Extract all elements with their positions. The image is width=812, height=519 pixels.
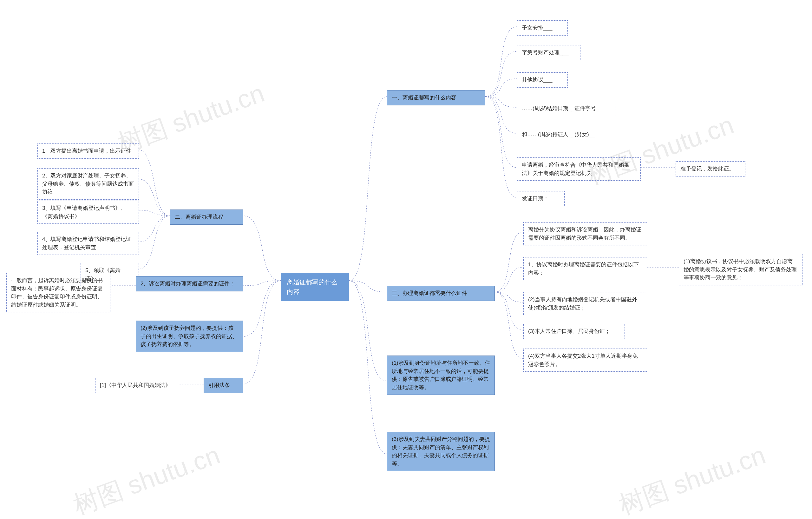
- b2-item-1: 2、双方对家庭财产处理、子女抚养、父母赡养、债权、债务等问题达成书面协议: [37, 168, 139, 200]
- b3-item3: (3)本人常住户口簿、居民身份证；: [523, 324, 625, 339]
- branch-b4: 2、诉讼离婚时办理离婚证需要的证件：: [136, 276, 243, 292]
- root-node: 离婚证都写的什么内容: [281, 273, 349, 301]
- b3-item2: (2)当事人持有内地婚姻登记机关或者中国驻外使(领)馆颁发的结婚证；: [523, 292, 647, 315]
- b1-item-6: 发证日期：: [517, 191, 564, 206]
- b2-item-3: 4、填写离婚登记申请书和结婚登记证处理表，登记机关审查: [37, 232, 139, 255]
- b1-item-0: 子女安排___: [517, 20, 568, 35]
- b2-item-2: 3、填写《申请离婚登记声明书》、《离婚协议书》: [37, 201, 139, 224]
- b1-item-4: 和……(周岁)持证人__(男女)__: [517, 127, 612, 142]
- b1-sub6: 准予登记，发给此证。: [676, 161, 745, 176]
- branch-b3: 三、办理离婚证都需要什么证件: [387, 286, 495, 301]
- branch-b1: 一、离婚证都写的什么内容: [387, 90, 485, 105]
- rchild1: (1)涉及到身份证地址与住所地不一致、住所地与经常居住地不一致的话，可能要提供：…: [387, 356, 495, 395]
- watermark: 树图 shutu.cn: [68, 438, 225, 519]
- branch-b2: 二、离婚证办理流程: [170, 210, 243, 225]
- b1-item-3: ……(周岁)结婚日期__证件字号_: [517, 101, 615, 116]
- b3-item4: (4)双方当事人各提交2张大1寸单人近期半身免冠彩色照片。: [523, 349, 647, 372]
- b1-item-5: 申请离婚，经审查符合《中华人民共和国婚姻法》关于离婚的规定登记机关: [517, 158, 641, 181]
- branch-b5: (2)涉及到孩子抚养问题的，要提供：孩子的出生证明、争取孩子抚养权的证据、孩子抚…: [136, 321, 243, 352]
- b6-sub: [1]《中华人民共和国婚姻法》: [95, 378, 178, 393]
- b1-item-1: 字第号财产处理___: [517, 45, 580, 60]
- b3-item1sub: (1)离婚协议书，协议书中必须载明双方自愿离婚的意思表示以及对子女抚养、财产及债…: [679, 254, 803, 285]
- rchild2: (3)涉及到夫妻共同财产分割问题的，要提供：夫妻共同财产的清单、主张财产权利的相…: [387, 432, 495, 471]
- b2-item-0: 1、双方提出离婚书面申请，出示证件: [37, 143, 139, 159]
- branch-b6: 引用法条: [204, 378, 243, 393]
- b1-item-2: 其他协议___: [517, 72, 568, 88]
- watermark: 树图 shutu.cn: [614, 438, 770, 519]
- b3-item1: 1、协议离婚时办理离婚证需要的证件包括以下内容：: [523, 257, 647, 280]
- b3-intro: 离婚分为协议离婚和诉讼离婚，因此，办离婚证需要的证件因离婚的形式不同会有所不同。: [523, 222, 647, 245]
- b4-sub: 一般而言，起诉离婚时必须要提供的书面材料有：民事起诉状、原告身份证复印件、被告身…: [6, 273, 110, 312]
